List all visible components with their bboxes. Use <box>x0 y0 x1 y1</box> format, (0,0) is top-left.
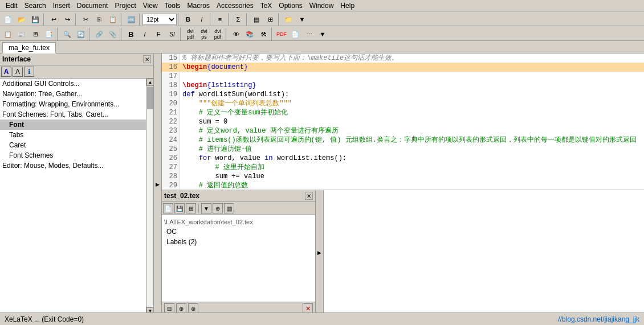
folder2-button[interactable]: 📁 <box>282 13 295 26</box>
menu-view[interactable]: View <box>140 1 161 10</box>
tree-item-fontschemes2[interactable]: Font Schemes <box>0 150 146 161</box>
status-left: XeLaTeX ... (Exit Code=0) <box>5 315 84 323</box>
view1-button[interactable]: 📋 <box>2 28 14 40</box>
open-button[interactable]: 📂 <box>15 13 28 26</box>
bp-item-oc[interactable]: OC <box>164 227 313 237</box>
bp-path: \LATEX_workstation\test_02.tex <box>164 217 313 227</box>
menu-options[interactable]: Options <box>275 1 305 10</box>
more2-button[interactable]: ⊞ <box>264 13 276 26</box>
replace-button[interactable]: 🔄 <box>75 28 87 40</box>
tree-item-caret[interactable]: Caret <box>0 140 146 150</box>
bp-icon1[interactable]: 📄 <box>163 203 173 213</box>
panel-icon-a[interactable]: A <box>1 67 11 77</box>
pdf3-btn[interactable]: 📄 <box>289 28 301 40</box>
bottom-right-section: test_02.tex ✕ 📄 💾 ⊞ ▼ ⊕ ▥ <box>162 190 644 315</box>
menu-window[interactable]: Window <box>306 1 337 10</box>
menu-project[interactable]: Project <box>111 1 139 10</box>
more3-btn[interactable]: ⋯ <box>303 28 315 40</box>
save-button[interactable]: 💾 <box>29 13 42 26</box>
menu-macros[interactable]: Macros <box>184 1 213 10</box>
bib-btn[interactable]: 📚 <box>243 28 256 40</box>
bold2-button[interactable]: B <box>125 28 137 40</box>
spell-button[interactable]: 🔤 <box>125 13 137 26</box>
more1-button[interactable]: ▤ <box>250 13 263 26</box>
bottom-panel-close-btn[interactable]: ✕ <box>305 192 313 200</box>
tree-item-navigation[interactable]: Navigation: Tree, Gather... <box>0 89 146 99</box>
bp-icon3[interactable]: ⊞ <box>186 203 196 213</box>
menu-document[interactable]: Document <box>74 1 112 10</box>
paste-button[interactable]: 📋 <box>107 13 119 26</box>
menu-search[interactable]: Search <box>21 1 50 10</box>
menu-accessories[interactable]: Accessories <box>213 1 257 10</box>
menu-tex[interactable]: TeX <box>257 1 276 10</box>
dvi3-button[interactable]: dvipdf <box>211 28 224 40</box>
cut-button[interactable]: ✂ <box>79 13 92 26</box>
tree-item-additional[interactable]: Additional GUI Controls... <box>0 79 146 89</box>
menu-insert[interactable]: Insert <box>50 1 74 10</box>
sl-button[interactable]: Sl <box>166 28 178 40</box>
bp-icon6[interactable]: ▥ <box>224 203 234 213</box>
sep14 <box>226 28 228 40</box>
copy-button[interactable]: ⎘ <box>93 13 105 26</box>
tree-item-fontschemes[interactable]: Font Schemes: Font, Tabs, Caret... <box>0 109 146 120</box>
font-size-combo[interactable]: 12pt10pt11pt <box>142 14 177 25</box>
tab-makefutex[interactable]: ma_ke_fu.tex <box>2 42 56 54</box>
code-editor[interactable]: % 将标题和作者写好只要，要写入下面：\maketile这句话才能生效。 \be… <box>180 54 644 190</box>
panel-divider[interactable]: ▶ <box>154 54 162 315</box>
dvi2-button[interactable]: dvips <box>198 28 210 40</box>
code-line-17 <box>180 72 644 81</box>
code-line-16: \begin{document} <box>180 63 644 72</box>
menu-help[interactable]: Help <box>337 1 358 10</box>
search2-button[interactable]: 🔍 <box>61 28 74 40</box>
bottom-arrow-icon: ▶ <box>317 250 321 256</box>
bottom-panel-title: test_02.tex <box>164 192 199 200</box>
dropdown-button[interactable]: ▼ <box>296 13 308 26</box>
sep7 <box>228 13 230 26</box>
bottom-panel-header: test_02.tex ✕ <box>162 190 315 202</box>
sep13 <box>180 28 182 40</box>
f-button[interactable]: F <box>152 28 165 40</box>
pdf2-btn[interactable]: PDF <box>275 28 288 40</box>
status-right: //blog.csdn.net/jiajikang_jjk <box>558 315 639 323</box>
menu-edit[interactable]: Edit <box>2 1 21 10</box>
tree-item-editor[interactable]: Editor: Mouse, Modes, Defaults... <box>0 161 146 171</box>
tree-item-formatting[interactable]: Formatting: Wrapping, Environments... <box>0 99 146 109</box>
linenum-22: 22 <box>162 117 180 126</box>
view-btn[interactable]: 👁 <box>230 28 242 40</box>
ref1-button[interactable]: 🔗 <box>93 28 105 40</box>
bottom-divider[interactable]: ▶ <box>316 190 324 315</box>
scroll-thumb[interactable] <box>147 87 153 109</box>
tree-item-tabs[interactable]: Tabs <box>0 130 146 140</box>
view4-button[interactable]: 📑 <box>43 28 55 40</box>
dvi1-button[interactable]: dvipdf <box>184 28 197 40</box>
bp-item-labels[interactable]: Labels (2) <box>164 237 313 247</box>
ref2-button[interactable]: 📎 <box>107 28 119 40</box>
redo-button[interactable]: ↪ <box>61 13 74 26</box>
view3-button[interactable]: 🖹 <box>29 28 42 40</box>
italic-button[interactable]: I <box>195 13 208 26</box>
italic2-button[interactable]: I <box>138 28 151 40</box>
tree-item-font[interactable]: Font <box>0 120 146 130</box>
bp-icon4[interactable]: ▼ <box>201 203 211 213</box>
bp-icon5[interactable]: ⊕ <box>213 203 223 213</box>
list-button[interactable]: ≡ <box>214 13 226 26</box>
make-btn[interactable]: 🛠 <box>257 28 270 40</box>
sigma-button[interactable]: Σ <box>232 13 244 26</box>
toolbar-row1: 📄 📂 💾 ↩ ↪ ✂ ⎘ 📋 🔤 12pt10pt11pt B I ≡ Σ ▤… <box>0 11 644 26</box>
bp-sep1 <box>198 204 199 213</box>
bp-icon2[interactable]: 💾 <box>174 203 185 213</box>
panel-icon-info[interactable]: ℹ <box>24 67 34 77</box>
scroll-up-btn[interactable]: ▲ <box>146 79 153 86</box>
dropdown2-btn[interactable]: ▼ <box>316 28 329 40</box>
panel-icon-a2[interactable]: A <box>13 67 23 77</box>
bold-button[interactable]: B <box>182 13 194 26</box>
linenum-23: 23 <box>162 126 180 135</box>
view2-button[interactable]: 📰 <box>15 28 28 40</box>
panel-title: Interface <box>2 55 31 63</box>
panel-close-button[interactable]: ✕ <box>143 55 151 63</box>
undo-button[interactable]: ↩ <box>47 13 60 26</box>
statusbar: XeLaTeX ... (Exit Code=0) //blog.csdn.ne… <box>0 312 644 325</box>
new-button[interactable]: 📄 <box>2 13 14 26</box>
menu-tools[interactable]: Tools <box>161 1 184 10</box>
sep4 <box>139 13 141 26</box>
